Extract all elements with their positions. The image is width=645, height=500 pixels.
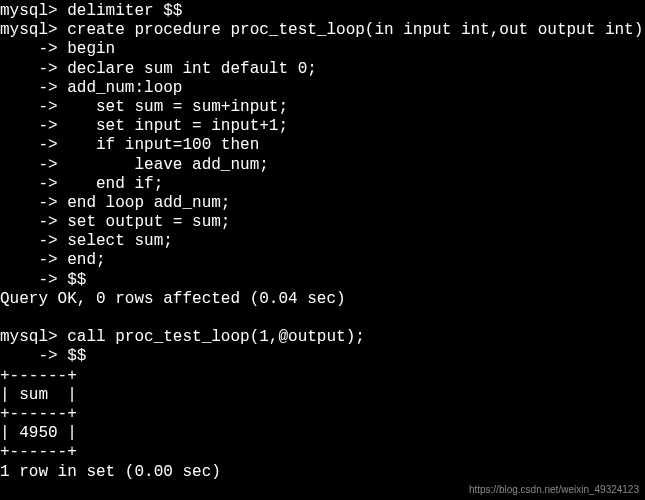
terminal-line: -> end loop add_num; [0, 194, 645, 213]
terminal-line: mysql> call proc_test_loop(1,@output); [0, 328, 645, 347]
terminal-line: -> set output = sum; [0, 213, 645, 232]
terminal-line: -> set sum = sum+input; [0, 98, 645, 117]
terminal-line: -> if input=100 then [0, 136, 645, 155]
terminal-line: -> $$ [0, 347, 645, 366]
terminal-line: +------+ [0, 405, 645, 424]
terminal-line: +------+ [0, 443, 645, 462]
terminal-line: -> end; [0, 251, 645, 270]
terminal-line: +------+ [0, 367, 645, 386]
terminal-line: mysql> delimiter $$ [0, 2, 645, 21]
terminal-line: -> begin [0, 40, 645, 59]
terminal-line: -> $$ [0, 271, 645, 290]
terminal-line: | 4950 | [0, 424, 645, 443]
watermark-url: https://blog.csdn.net/weixin_49324123 [469, 484, 639, 496]
terminal-line [0, 309, 645, 328]
terminal-line: -> declare sum int default 0; [0, 60, 645, 79]
terminal-line: Query OK, 0 rows affected (0.04 sec) [0, 290, 645, 309]
terminal-line: 1 row in set (0.00 sec) [0, 463, 645, 482]
terminal-line: -> add_num:loop [0, 79, 645, 98]
terminal-line: | sum | [0, 386, 645, 405]
terminal-output: mysql> delimiter $$mysql> create procedu… [0, 0, 645, 482]
terminal-line: -> select sum; [0, 232, 645, 251]
terminal-line: -> set input = input+1; [0, 117, 645, 136]
terminal-line: -> end if; [0, 175, 645, 194]
terminal-line: mysql> create procedure proc_test_loop(i… [0, 21, 645, 40]
terminal-line: -> leave add_num; [0, 156, 645, 175]
